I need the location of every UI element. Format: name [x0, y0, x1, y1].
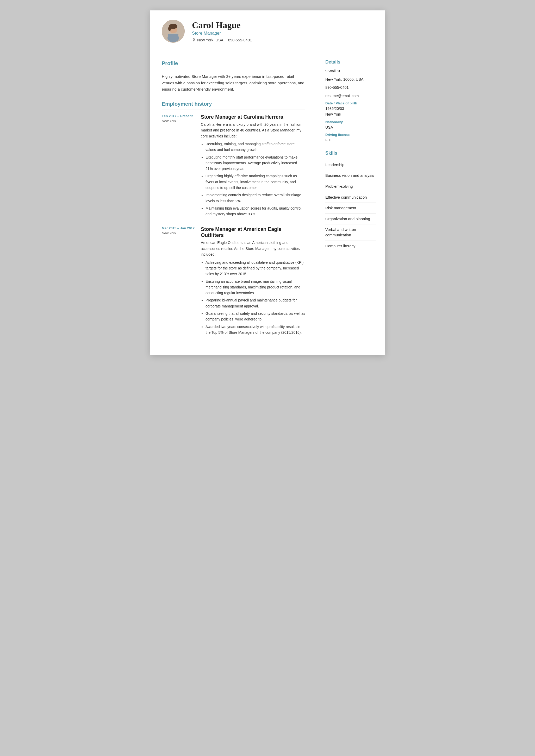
bullet-item: Preparing bi-annual payroll and maintena… — [206, 297, 305, 309]
bullet-item: Awarded two years consecutively with pro… — [206, 324, 305, 336]
detail-phone: 890-555-0401 — [325, 85, 376, 91]
details-section-title: Details — [325, 59, 376, 65]
license-value: Full — [325, 137, 376, 143]
skills-section: Skills Leadership Business vision and an… — [325, 150, 376, 251]
pob-value: New York — [325, 112, 376, 118]
employment-section: Employment history Feb 2017 – Present Ne… — [162, 101, 305, 337]
skill-item-0: Leadership — [325, 160, 376, 171]
header-info: Carol Hague Store Manager New York, USA … — [192, 20, 252, 42]
detail-nationality: USA — [325, 125, 376, 130]
profile-section-title: Profile — [162, 60, 305, 67]
details-section: Details 9 Wall St New York, 10005, USA 8… — [325, 59, 376, 143]
location-info: New York, USA — [192, 38, 223, 42]
avatar — [162, 20, 185, 43]
emp-content-1: Store Manager at Carolina Herrera Caroli… — [201, 114, 305, 219]
emp-location-2: New York — [162, 231, 196, 235]
location-text: New York, USA — [197, 38, 223, 42]
bullet-item: Organizing highly effective marketing ca… — [206, 173, 305, 191]
emp-date-1: Feb 2017 – Present — [162, 114, 196, 118]
svg-rect-6 — [168, 34, 179, 36]
candidate-name: Carol Hague — [192, 20, 252, 30]
location-icon — [192, 38, 196, 42]
nationality-value: USA — [325, 125, 376, 130]
emp-title-1: Store Manager at Carolina Herrera — [201, 114, 305, 120]
skills-section-title: Skills — [325, 150, 376, 156]
nationality-label: Nationality — [325, 120, 376, 124]
header-contact: New York, USA 890-555-0401 — [192, 38, 252, 42]
header-phone: 890-555-0401 — [228, 38, 252, 42]
address-line1: 9 Wall St — [325, 68, 376, 74]
employment-divider — [162, 110, 305, 110]
emp-date-col-2: Mar 2015 – Jan 2017 New York — [162, 226, 196, 337]
main-column: Profile Highly motivated Store Manager w… — [150, 50, 317, 355]
skill-item-4: Risk management — [325, 203, 376, 214]
employment-entry-1: Feb 2017 – Present New York Store Manage… — [162, 114, 305, 219]
bullet-item: Maintaining high evaluation scores for a… — [206, 205, 305, 217]
employment-section-title: Employment history — [162, 101, 305, 107]
skill-item-1: Business vision and analysis — [325, 170, 376, 181]
emp-date-2: Mar 2015 – Jan 2017 — [162, 226, 196, 230]
profile-text: Highly motivated Store Manager with 3+ y… — [162, 73, 305, 93]
skill-item-7: Computer literacy — [325, 241, 376, 252]
profile-section: Profile Highly motivated Store Manager w… — [162, 60, 305, 93]
resume-page: Carol Hague Store Manager New York, USA … — [150, 11, 385, 355]
dob-label: Date / Place of birth — [325, 101, 376, 105]
employment-entry-2: Mar 2015 – Jan 2017 New York Store Manag… — [162, 226, 305, 337]
detail-dob: 1985/20/03 New York — [325, 106, 376, 117]
emp-content-2: Store Manager at American Eagle Outfitte… — [201, 226, 305, 337]
email-value: resume@email.com — [325, 93, 376, 99]
bullet-item: Ensuring an accurate brand image, mainta… — [206, 279, 305, 296]
detail-address2: New York, 10005, USA — [325, 77, 376, 83]
skill-item-2: Problem-solving — [325, 181, 376, 192]
emp-desc-2: American Eagle Outfitters is an American… — [201, 240, 305, 257]
sidebar-column: Details 9 Wall St New York, 10005, USA 8… — [317, 50, 385, 355]
emp-bullets-2: Achieving and exceeding all qualitative … — [201, 259, 305, 335]
phone-value: 890-555-0401 — [325, 85, 376, 91]
resume-header: Carol Hague Store Manager New York, USA … — [150, 11, 385, 50]
svg-point-4 — [168, 26, 171, 31]
bullet-item: Guaranteeing that all safety and securit… — [206, 310, 305, 322]
detail-address1: 9 Wall St — [325, 68, 376, 74]
bullet-item: Achieving and exceeding all qualitative … — [206, 259, 305, 277]
emp-date-col-1: Feb 2017 – Present New York — [162, 114, 196, 219]
emp-desc-1: Carolina Herrera is a luxury brand with … — [201, 122, 305, 139]
bullet-item: Executing monthly staff performance eval… — [206, 154, 305, 172]
detail-email: resume@email.com — [325, 93, 376, 99]
skill-item-5: Organization and planning — [325, 214, 376, 225]
skill-item-3: Effective communication — [325, 192, 376, 203]
resume-body: Profile Highly motivated Store Manager w… — [150, 50, 385, 355]
dob-value: 1985/20/03 — [325, 106, 376, 112]
emp-title-2: Store Manager at American Eagle Outfitte… — [201, 226, 305, 238]
detail-license: Full — [325, 137, 376, 143]
address-line2: New York, 10005, USA — [325, 77, 376, 83]
emp-location-1: New York — [162, 119, 196, 123]
license-label: Driving license — [325, 133, 376, 137]
bullet-item: Implementing controls designed to reduce… — [206, 192, 305, 204]
job-title: Store Manager — [192, 31, 252, 36]
bullet-item: Recruiting, training, and managing staff… — [206, 141, 305, 153]
emp-bullets-1: Recruiting, training, and managing staff… — [201, 141, 305, 217]
skill-item-6: Verbal and written communication — [325, 225, 376, 241]
